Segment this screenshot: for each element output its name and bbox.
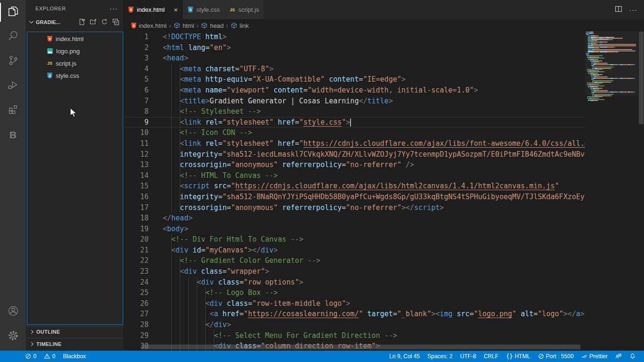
file-item-style-css[interactable]: 3style.css [27, 69, 123, 82]
code-line-12[interactable]: 12 integrity="sha512-iecdLmaskl7CVkqkXNQ… [124, 149, 585, 160]
breadcrumb-item-head[interactable]: head [201, 22, 224, 29]
file-item-script-js[interactable]: JSscript.js [27, 57, 123, 69]
new-file-button[interactable] [78, 18, 86, 26]
code-line-27[interactable]: 27 <a href="https://cosaslearning.com/" … [124, 309, 585, 320]
code-line-13[interactable]: 13 crossorigin="anonymous" referrerpolic… [124, 160, 585, 170]
breadcrumb-item-link[interactable]: link [231, 22, 249, 29]
editor-more-actions[interactable]: ··· [629, 6, 637, 14]
code-line-7[interactable]: 7 <title>Gradient Generator | Cosas Lear… [124, 96, 585, 107]
code-line-21[interactable]: 21 <div id="myCanvas"></div> [124, 245, 585, 256]
status-cursor-position[interactable]: Ln 9, Col 45 [385, 351, 424, 362]
search-icon [7, 30, 19, 44]
code-line-1[interactable]: 1<!DOCTYPE html> [124, 32, 585, 42]
code-line-20[interactable]: 20 <!-- Div For Html To Canvas --> [124, 234, 585, 245]
symbol-cube-icon [231, 22, 237, 29]
code-line-19[interactable]: 19<body> [124, 224, 585, 235]
collapse-folders-button[interactable] [112, 18, 120, 26]
code-line-2[interactable]: 2<html lang="en"> [124, 42, 585, 53]
account-button[interactable] [0, 300, 26, 324]
minimap-slider[interactable] [585, 32, 638, 95]
code-line-14[interactable]: 14 <!-- HTML To Canvas --> [124, 170, 585, 181]
code-line-4[interactable]: 4 <meta charset="UTF-8"> [124, 64, 585, 75]
code-line-23[interactable]: 23 <div class="wrapper"> [124, 266, 585, 277]
file-item-index-html[interactable]: 5index.html [27, 33, 123, 45]
status-prettier[interactable]: Prettier [577, 351, 611, 362]
line-number: 20 [124, 234, 163, 245]
status-blackbox[interactable]: Blackbox [59, 351, 90, 362]
activity-blackbox[interactable]: B [0, 123, 26, 147]
status-errors[interactable]: 0 [21, 351, 40, 362]
activity-extensions[interactable] [0, 98, 26, 123]
code-line-8[interactable]: 8 <!-- Stylesheet --> [124, 106, 585, 117]
file-name: index.html [56, 35, 84, 42]
code-line-28[interactable]: 28 </div> [124, 320, 585, 330]
code-line-11[interactable]: 11 <link rel="stylesheet" href="https://… [124, 138, 585, 149]
status-feedback[interactable] [611, 351, 626, 362]
activity-search[interactable] [0, 25, 26, 49]
html-file-icon: 5 [47, 36, 52, 42]
account-icon [7, 305, 19, 319]
status-warnings[interactable]: 0 [40, 351, 59, 362]
code-line-26[interactable]: 26 <div class="row-item-middle logo"> [124, 298, 585, 309]
file-name: logo.png [56, 48, 80, 55]
line-number: 12 [124, 149, 163, 160]
folder-section-header[interactable]: GRADIE... [26, 17, 124, 27]
line-number: 7 [124, 96, 163, 107]
status-label: HTML [515, 353, 530, 360]
code-line-17[interactable]: 17 crossorigin="anonymous" referrerpolic… [124, 202, 585, 213]
status-encoding[interactable]: UTF-8 [456, 351, 480, 362]
file-name: style.css [56, 72, 79, 79]
code-line-9[interactable]: 9 <link rel="stylesheet" href="style.css… [124, 117, 585, 128]
close-tab-icon[interactable]: × [174, 6, 178, 14]
settings-button[interactable] [0, 324, 26, 349]
breadcrumb-item-html[interactable]: html [174, 22, 194, 29]
chevron-down-icon [28, 18, 35, 25]
tab-index-html[interactable]: 5index.html× [124, 0, 183, 19]
status-eol[interactable]: CRLF [480, 351, 502, 362]
tab-style-css[interactable]: 3style.css [183, 0, 225, 19]
new-folder-button[interactable] [89, 18, 97, 26]
line-number: 9 [124, 117, 163, 128]
horizontal-scrollbar[interactable] [142, 345, 580, 349]
status-indentation[interactable]: Spaces: 2 [424, 351, 456, 362]
status-live-server-port[interactable]: Port : 5500 [534, 351, 577, 362]
activity-run-debug[interactable] [0, 74, 26, 98]
css-file-icon: 3 [188, 7, 193, 13]
split-editor-button[interactable] [615, 5, 622, 15]
status-label: 0 [33, 353, 37, 360]
code-line-6[interactable]: 6 <meta name="viewport" content="width=d… [124, 85, 585, 96]
folder-name: GRADIE... [36, 19, 78, 25]
code-line-22[interactable]: 22 <!-- Gradient Color Generator --> [124, 255, 585, 266]
vertical-scrollbar[interactable] [639, 32, 644, 124]
line-number: 5 [124, 74, 163, 85]
timeline-panel[interactable]: TIMELINE [26, 338, 124, 350]
status-notifications[interactable] [626, 351, 640, 362]
line-number: 13 [124, 160, 163, 170]
outline-panel[interactable]: OUTLINE [26, 326, 124, 337]
tab-script-js[interactable]: JSscript.js [225, 0, 264, 19]
line-number: 19 [124, 224, 163, 235]
status-label: Ln 9, Col 45 [389, 353, 420, 360]
explorer-more-actions[interactable]: ··· [109, 4, 118, 12]
status-label: 0 [52, 353, 56, 360]
editor-pane[interactable]: 1<!DOCTYPE html>2<html lang="en">3<head>… [124, 32, 644, 351]
breadcrumb-item-index-html[interactable]: 5index.html [131, 22, 167, 29]
code-line-24[interactable]: 24 <div class="row options"> [124, 277, 585, 288]
code-line-18[interactable]: 18</head> [124, 213, 585, 224]
code-content[interactable]: 1<!DOCTYPE html>2<html lang="en">3<head>… [124, 32, 585, 351]
status-label: Port : 5500 [546, 353, 574, 360]
code-line-16[interactable]: 16 integrity="sha512-BNaRQnYJYiPSqHHDb58… [124, 192, 585, 202]
activity-explorer[interactable] [0, 0, 26, 25]
outline-label: OUTLINE [36, 329, 60, 335]
file-item-logo-png[interactable]: logo.png [27, 45, 123, 57]
code-line-5[interactable]: 5 <meta http-equiv="X-UA-Compatible" con… [124, 74, 585, 85]
status-language-mode[interactable]: {}HTML [502, 351, 534, 362]
refresh-explorer-button[interactable] [100, 18, 109, 26]
activity-source-control[interactable] [0, 49, 26, 74]
code-line-15[interactable]: 15 <script src="https://cdnjs.cloudflare… [124, 181, 585, 192]
code-line-29[interactable]: 29 <!-- Select Menu For Gradient Directi… [124, 330, 585, 341]
code-line-10[interactable]: 10 <!-- Icon CDN --> [124, 127, 585, 138]
warning-icon [44, 353, 50, 360]
code-line-3[interactable]: 3<head> [124, 53, 585, 64]
code-line-25[interactable]: 25 <!-- Logo Box --> [124, 287, 585, 298]
